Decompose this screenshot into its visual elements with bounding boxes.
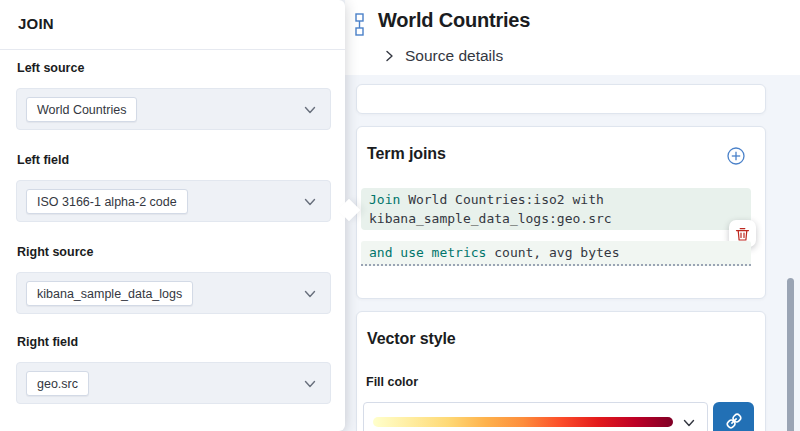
fill-color-label: Fill color xyxy=(366,375,418,389)
chevron-down-icon xyxy=(303,103,317,117)
left-field-select[interactable]: ISO 3166-1 alpha-2 code xyxy=(16,180,331,222)
scrolled-card-fragment xyxy=(356,84,766,114)
chevron-down-icon xyxy=(303,287,317,301)
join-expression[interactable]: Join World Countries:iso2 with kibana_sa… xyxy=(361,188,751,230)
left-source-label: Left source xyxy=(17,61,84,75)
layer-title: World Countries xyxy=(378,9,530,32)
right-source-label: Right source xyxy=(17,245,93,259)
layer-panel-header: World Countries Source details xyxy=(345,0,800,75)
right-source-value: kibana_sample_data_logs xyxy=(26,281,193,306)
metrics-expression[interactable]: and use metrics count, avg bytes xyxy=(361,241,751,266)
link-icon xyxy=(725,412,743,430)
join-popover-title: JOIN xyxy=(18,15,54,32)
chevron-right-icon xyxy=(383,50,395,62)
layer-panel-body: Term joins Join World Countries:iso2 wit… xyxy=(345,75,800,431)
join-expression-text: World Countries:iso2 with kibana_sample_… xyxy=(369,192,612,226)
join-popover: JOIN Left source World Countries Left fi… xyxy=(0,0,345,431)
right-source-select[interactable]: kibana_sample_data_logs xyxy=(16,272,331,314)
panel-scrollbar[interactable] xyxy=(787,278,794,431)
metrics-keyword: and use metrics xyxy=(369,245,486,260)
metrics-expression-text: count, avg bytes xyxy=(486,245,619,260)
vector-layer-icon xyxy=(355,13,369,37)
divider xyxy=(0,49,345,50)
source-details-label: Source details xyxy=(405,47,503,65)
vector-style-title: Vector style xyxy=(367,330,456,348)
source-details-accordion[interactable]: Source details xyxy=(383,44,503,68)
chevron-down-icon xyxy=(303,195,317,209)
left-field-label: Left field xyxy=(17,153,69,167)
right-field-label: Right field xyxy=(17,335,78,349)
left-source-value: World Countries xyxy=(26,97,137,122)
plus-in-circle-icon xyxy=(725,145,747,167)
join-keyword: Join xyxy=(369,192,400,207)
left-field-value: ISO 3166-1 alpha-2 code xyxy=(26,189,188,214)
trash-icon xyxy=(735,226,750,242)
right-field-value: geo.src xyxy=(26,371,89,396)
right-field-select[interactable]: geo.src xyxy=(16,362,331,404)
left-source-select[interactable]: World Countries xyxy=(16,88,331,130)
screen: World Countries Source details Term join… xyxy=(0,0,800,431)
layer-settings-panel: World Countries Source details Term join… xyxy=(345,0,800,431)
chevron-down-icon xyxy=(303,377,317,391)
term-joins-title: Term joins xyxy=(367,145,446,163)
chevron-down-icon xyxy=(682,416,696,430)
fill-color-ramp xyxy=(373,417,673,427)
fill-color-select[interactable] xyxy=(363,402,708,431)
vector-style-card: Vector style Fill color xyxy=(356,311,766,431)
link-field-button[interactable] xyxy=(713,402,754,431)
add-join-button[interactable] xyxy=(725,145,747,167)
term-joins-card: Term joins Join World Countries:iso2 wit… xyxy=(356,126,766,299)
